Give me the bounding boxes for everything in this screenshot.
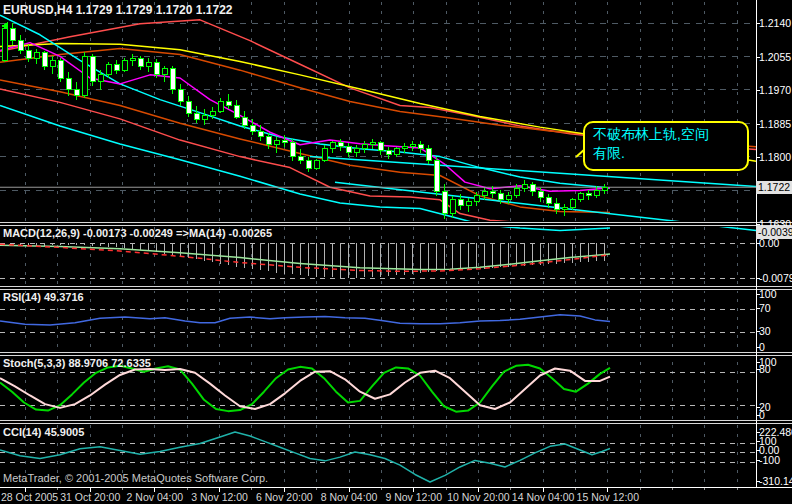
candle-bull [602,187,607,190]
candle-bear [586,194,591,196]
candle-bear [418,145,423,149]
candle-bear [458,200,463,206]
candle-bull [402,147,407,149]
annotation-line-2: 有限. [593,144,739,163]
rsi-label: RSI(14) 49.3716 [3,291,84,303]
candle-bear [306,161,311,169]
candle-bear [186,102,191,114]
candle-bear [554,204,559,210]
candle-bear [258,131,263,137]
candle-bull [370,143,375,145]
candle-bear [434,161,439,192]
candle-bull [474,196,479,202]
candle-bull [522,184,527,188]
candle-bear [26,51,31,59]
candle-bull [578,194,583,200]
candle-bear [226,102,231,106]
candle-bear [282,141,287,143]
candle-bull [466,202,471,206]
candle-bear [42,52,47,66]
candle-bull [394,149,399,155]
candle-bull [450,200,455,214]
candle-bear [58,60,63,78]
candle-bull [314,161,319,169]
candle-bear [10,29,15,41]
candle-bear [66,78,71,90]
candle-bull [210,111,215,115]
cci-label: CCI(14) 45.9005 [3,426,84,438]
candle-bear [250,125,255,131]
candle-bull [106,64,111,74]
candle-bear [498,194,503,200]
candle-bear [114,64,119,70]
candle-bull [362,145,367,149]
candle-bull [410,145,415,147]
candle-bear [90,56,95,82]
candle-bull [330,143,335,149]
annotation-line-1: 不破布林上轨,空间 [593,125,739,144]
candle-bull [50,60,55,66]
candle-bear [546,198,551,204]
candle-bear [530,184,535,192]
candle-bull [162,68,167,74]
candle-bear [538,192,543,198]
mt4-chart-window: EURUSD,H4 1.1729 1.1729 1.1720 1.1722 MA… [0,0,792,504]
stoch-label: Stoch(5,3,3) 88.9706 72.6335 [3,357,151,369]
candle-bear [194,113,199,119]
candle-bull [98,74,103,82]
candle-bull [202,115,207,119]
candle-bull [506,196,511,200]
candle-bear [154,62,159,74]
symbol-title: EURUSD,H4 1.1729 1.1729 1.1720 1.1722 [3,3,233,17]
candle-bear [138,58,143,66]
copyright-text: MetaTrader, © 2001-2005 MetaQuotes Softw… [3,472,268,484]
candle-bear [338,143,343,147]
candle-bull [570,200,575,208]
candle-bear [170,68,175,90]
candle-bear [290,143,295,157]
candle-bull [218,102,223,112]
candle-bear [242,117,247,125]
candle-bear [386,151,391,155]
chart-canvas[interactable] [0,0,792,504]
macd-label: MACD(12,26,9) -0.00173 -0.00249 =>MA(14)… [3,227,272,239]
candle-bear [18,41,23,51]
candle-bear [234,106,239,118]
candle-bull [514,188,519,196]
candle-bear [442,192,447,214]
candle-bear [490,192,495,194]
candle-bear [298,157,303,161]
candle-bull [594,190,599,196]
annotation-bubble[interactable]: 不破布林上轨,空间 有限. [583,121,749,171]
candle-bull [34,52,39,58]
candle-bull [130,58,135,60]
candle-bull [122,60,127,70]
candle-bull [322,149,327,161]
candle-bear [426,149,431,161]
candle-bear [178,90,183,102]
candle-bear [74,90,79,96]
candle-bear [266,137,271,145]
candle-bull [354,149,359,153]
candle-bull [274,141,279,145]
candle-bull [2,29,7,60]
candle-bear [378,143,383,151]
candle-bull [562,208,567,210]
candle-bull [146,62,151,66]
candle-bull [482,192,487,196]
candle-bear [346,147,351,153]
candle-bull [82,56,87,95]
